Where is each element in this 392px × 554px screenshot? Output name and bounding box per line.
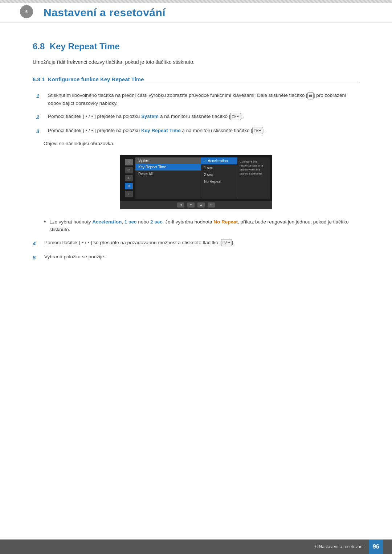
sidebar-icon-system: ✛	[125, 175, 133, 181]
sidebar-icon-info: i	[125, 191, 133, 197]
info-text: Configure the response rate of a button …	[240, 160, 268, 176]
top-stripe	[0, 0, 392, 3]
menu-container: □ ⊡ ✛ ⚙ i System Key Repeat Time Reset A…	[120, 155, 272, 201]
page-title: Nastavení a resetování	[44, 7, 392, 19]
step-1-text: Stisknutím libovolného tlačítka na předn…	[48, 91, 359, 107]
nav-btn-down[interactable]: ▼	[187, 202, 195, 208]
bullet-dot: •	[44, 218, 46, 234]
footer: 6 Nastavení a resetování 96	[0, 539, 392, 554]
sub-item-1sec[interactable]: 1 sec	[201, 164, 237, 171]
menu-item-reset-all[interactable]: Reset All	[135, 171, 201, 177]
step-1-number: 1	[36, 91, 44, 107]
step-4: 4 Pomocí tlačítek [ • / • ] se přesuňte …	[33, 239, 359, 248]
section-heading: 6.8 Key Repeat Time	[33, 41, 359, 52]
key-icon-enter-2: □/↩	[230, 113, 241, 120]
menu-sidebar: □ ⊡ ✛ ⚙ i	[122, 157, 135, 199]
step-3: 3 Pomocí tlačítek [ • / • ] přejděte na …	[36, 127, 359, 136]
info-panel: Configure the response rate of a button …	[237, 157, 270, 199]
footer-page-number: 96	[369, 539, 383, 554]
step-3-text: Pomocí tlačítek [ • / • ] přejděte na po…	[48, 127, 359, 136]
appears-text: Objeví se následující obrazovka.	[44, 141, 359, 146]
bullet-section: • Lze vybrat hodnoty Acceleration, 1 sec…	[44, 218, 359, 234]
nav-btn-enter[interactable]: ↵	[208, 202, 215, 208]
key-icon-grid: ▦	[307, 92, 314, 99]
menu-panel: System Key Repeat Time Reset All	[135, 157, 201, 199]
page-header: Nastavení a resetování	[0, 0, 392, 23]
step-4-number: 4	[33, 239, 40, 248]
bullet-text: Lze vybrat hodnoty Acceleration, 1 sec n…	[49, 218, 359, 234]
step-2-text: Pomocí tlačítek [ • / • ] přejděte na po…	[48, 112, 359, 122]
sub-menu-panel: Acceleration 1 sec 2 sec No Repeat	[201, 157, 237, 199]
sub-item-2sec[interactable]: 2 sec	[201, 171, 237, 178]
step-2-number: 2	[36, 112, 44, 122]
monitor-nav-bar: ◄ ▼ ▲ ↵	[120, 201, 272, 209]
sidebar-icon-gear: ⚙	[125, 183, 133, 189]
step-5-number: 5	[33, 253, 40, 262]
key-icon-enter-3: □/↩	[252, 127, 263, 134]
footer-chapter-text: 6 Nastavení a resetování	[315, 544, 364, 549]
step-5-text: Vybraná položka se použije.	[44, 253, 359, 262]
section-description: Umožňuje řídit frekvenci odezvy tlačítka…	[33, 58, 359, 66]
nav-btn-left[interactable]: ◄	[177, 202, 184, 208]
subsection-heading: 6.8.1 Konfigurace funkce Key Repeat Time	[33, 76, 359, 84]
sidebar-icon-display: □	[125, 159, 133, 165]
sub-item-acceleration[interactable]: Acceleration	[201, 157, 237, 164]
bullet-item-1: • Lze vybrat hodnoty Acceleration, 1 sec…	[44, 218, 359, 234]
step-1: 1 Stisknutím libovolného tlačítka na pře…	[36, 91, 359, 107]
menu-item-key-repeat[interactable]: Key Repeat Time	[135, 164, 201, 171]
content-area: 6.8 Key Repeat Time Umožňuje řídit frekv…	[0, 23, 392, 296]
nav-btn-up[interactable]: ▲	[197, 202, 205, 208]
steps-list: 1 Stisknutím libovolného tlačítka na pře…	[36, 91, 359, 135]
step-3-number: 3	[36, 127, 44, 136]
chapter-icon: 6	[20, 5, 33, 18]
step-2: 2 Pomocí tlačítek [ • / • ] přejděte na …	[36, 112, 359, 122]
step-5: 5 Vybraná položka se použije.	[33, 253, 359, 262]
sidebar-icon-picture: ⊡	[125, 167, 133, 173]
step-4-text: Pomocí tlačítek [ • / • ] se přesuňte na…	[44, 239, 359, 248]
svg-text:6: 6	[25, 9, 28, 14]
key-icon-enter-4: □/↩	[221, 239, 232, 246]
monitor-screenshot: □ ⊡ ✛ ⚙ i System Key Repeat Time Reset A…	[120, 155, 272, 209]
sub-item-no-repeat[interactable]: No Repeat	[201, 178, 237, 185]
menu-title: System	[135, 157, 201, 164]
